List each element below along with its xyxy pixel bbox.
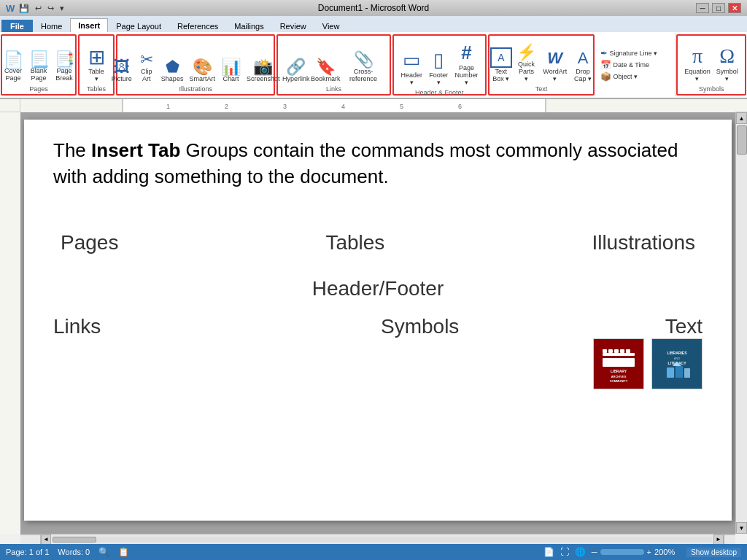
text-box-icon: A bbox=[490, 47, 512, 68]
text-box-button[interactable]: A TextBox ▾ bbox=[489, 46, 513, 84]
scroll-up-button[interactable]: ▲ bbox=[736, 112, 747, 124]
zoom-in-button[interactable]: + bbox=[647, 548, 651, 556]
hyperlink-button[interactable]: 🔗 Hyperlink bbox=[282, 58, 309, 84]
clip-art-icon: ✂ bbox=[140, 52, 153, 68]
tab-view[interactable]: View bbox=[314, 19, 348, 33]
intro-paragraph: The Insert Tab Groups contain the comman… bbox=[53, 137, 703, 190]
bookmark-icon: 🔖 bbox=[316, 59, 336, 75]
equation-button[interactable]: π Equation ▾ bbox=[682, 43, 712, 84]
scroll-thumb[interactable] bbox=[737, 125, 747, 155]
signature-line-button[interactable]: ✒ Signature Line ▾ bbox=[598, 47, 672, 59]
zoom-out-button[interactable]: ─ bbox=[592, 548, 597, 556]
tab-references[interactable]: References bbox=[169, 19, 226, 33]
status-bar: Page: 1 of 1 Words: 0 🔍 📋 📄 ⛶ 🌐 ─ + 200%… bbox=[0, 544, 747, 560]
svg-text:COMMUNITY: COMMUNITY bbox=[610, 379, 628, 383]
status-words[interactable]: Words: 0 bbox=[58, 548, 90, 556]
scroll-track[interactable] bbox=[736, 156, 747, 522]
svg-rect-15 bbox=[608, 349, 613, 353]
status-track-icon[interactable]: 📋 bbox=[118, 547, 129, 557]
groups-row-1: Pages Tables Illustrations bbox=[53, 212, 703, 270]
group-symbols-label: Symbols bbox=[381, 315, 459, 338]
picture-button[interactable]: 🖼 Picture bbox=[109, 58, 134, 84]
page-number-button[interactable]: # PageNumber ▾ bbox=[452, 40, 481, 88]
object-icon: 📦 bbox=[600, 71, 611, 82]
h-scroll-corner-right bbox=[724, 534, 735, 545]
view-web-layout[interactable]: 🌐 bbox=[575, 547, 586, 557]
svg-rect-1 bbox=[123, 99, 546, 112]
ruler-vertical bbox=[0, 112, 20, 534]
header-footer-group-label: Header & Footer bbox=[415, 88, 464, 96]
tab-insert[interactable]: Insert bbox=[70, 18, 108, 33]
shapes-button[interactable]: ⬟ Shapes bbox=[159, 58, 186, 84]
footer-button[interactable]: ▯ Footer ▾ bbox=[426, 47, 451, 88]
quick-redo[interactable]: ↪ bbox=[46, 2, 55, 15]
links-group-label: Links bbox=[326, 84, 341, 93]
page-break-button[interactable]: 📑 PageBreak bbox=[53, 50, 77, 84]
status-spell-icon[interactable]: 🔍 bbox=[98, 547, 109, 557]
scroll-right-button[interactable]: ► bbox=[713, 534, 724, 545]
ribbon-tab-bar: File Home Insert Page Layout References … bbox=[0, 16, 747, 32]
h-scroll-track[interactable] bbox=[53, 537, 712, 542]
header-button[interactable]: ▭ Header ▾ bbox=[398, 47, 425, 88]
quick-undo[interactable]: ↩ bbox=[34, 2, 43, 15]
blank-page-button[interactable]: 📃 BlankPage bbox=[27, 50, 51, 84]
table-button[interactable]: ⊞ Table ▾ bbox=[84, 46, 109, 84]
group-tables-label: Tables bbox=[318, 219, 392, 266]
zoom-level: 200% bbox=[654, 548, 675, 556]
view-fullscreen[interactable]: ⛶ bbox=[560, 547, 569, 557]
clip-art-button[interactable]: ✂ ClipArt bbox=[136, 50, 158, 84]
text-group-label: Text bbox=[535, 84, 548, 93]
quick-save[interactable]: 💾 bbox=[18, 2, 31, 15]
status-page[interactable]: Page: 1 of 1 bbox=[6, 548, 49, 556]
svg-rect-10 bbox=[0, 112, 20, 534]
minimize-button[interactable]: ─ bbox=[696, 3, 709, 13]
cover-page-button[interactable]: 📄 CoverPage bbox=[1, 50, 26, 84]
tab-review[interactable]: Review bbox=[272, 19, 314, 33]
tab-file[interactable]: File bbox=[1, 20, 33, 33]
zoom-controls: ─ + 200% bbox=[592, 548, 675, 556]
zoom-slider[interactable] bbox=[600, 549, 644, 555]
ruler-corner-right bbox=[735, 99, 747, 112]
symbol-button[interactable]: Ω Symbol ▾ bbox=[713, 43, 740, 84]
wordart-button[interactable]: W WordArt ▾ bbox=[539, 47, 570, 84]
groups-row-3: Links Symbols Text bbox=[53, 308, 703, 397]
svg-text:2: 2 bbox=[225, 103, 228, 110]
quick-parts-button[interactable]: ⚡ QuickParts ▾ bbox=[514, 43, 538, 84]
h-scroll-thumb[interactable] bbox=[53, 537, 96, 542]
symbol-icon: Ω bbox=[719, 44, 735, 68]
svg-rect-17 bbox=[620, 349, 624, 353]
cross-reference-button[interactable]: 📎 Cross-reference bbox=[341, 50, 385, 84]
header-icon: ▭ bbox=[403, 49, 421, 71]
status-left: Page: 1 of 1 Words: 0 🔍 📋 bbox=[6, 547, 129, 557]
date-time-button[interactable]: 📅 Date & Time bbox=[598, 59, 672, 71]
document-scroll-area[interactable]: The Insert Tab Groups contain the comman… bbox=[20, 112, 735, 534]
tab-mailings[interactable]: Mailings bbox=[226, 19, 271, 33]
symbols-icons: π Equation ▾ Ω Symbol ▾ bbox=[682, 37, 740, 84]
ribbon-group-links: 🔗 Hyperlink 🔖 Bookmark 📎 Cross-reference… bbox=[276, 34, 391, 96]
scroll-left-button[interactable]: ◄ bbox=[41, 534, 51, 545]
quick-customize[interactable]: ▾ bbox=[58, 2, 66, 15]
tab-page-layout[interactable]: Page Layout bbox=[108, 19, 169, 33]
chart-button[interactable]: 📊 Chart bbox=[219, 58, 243, 84]
object-button[interactable]: 📦 Object ▾ bbox=[598, 71, 672, 82]
h-scroll-corner-left bbox=[20, 534, 41, 545]
maximize-button[interactable]: □ bbox=[712, 3, 725, 13]
close-button[interactable]: ✕ bbox=[728, 3, 741, 13]
scroll-down-button[interactable]: ▼ bbox=[736, 522, 747, 534]
view-print-layout[interactable]: 📄 bbox=[543, 547, 554, 557]
show-desktop-button[interactable]: Show desktop bbox=[686, 548, 741, 557]
symbols-group-label: Symbols bbox=[699, 84, 724, 93]
groups-row-2: Header/Footer bbox=[53, 270, 703, 308]
main-area: 1 2 3 4 5 6 The Insert Tab Groups contai… bbox=[0, 99, 747, 544]
drop-cap-button[interactable]: A DropCap ▾ bbox=[572, 47, 594, 84]
ribbon-group-illustrations: 🖼 Picture ✂ ClipArt ⬟ Shapes 🎨 SmartArt … bbox=[116, 34, 275, 96]
svg-text:3: 3 bbox=[283, 103, 287, 110]
bookmark-button[interactable]: 🔖 Bookmark bbox=[311, 58, 340, 84]
tab-home[interactable]: Home bbox=[33, 19, 70, 33]
screenshot-icon: 📸 bbox=[253, 59, 273, 75]
smartart-button[interactable]: 🎨 SmartArt bbox=[187, 58, 217, 84]
ribbon-group-header-footer: ▭ Header ▾ ▯ Footer ▾ # PageNumber ▾ Hea… bbox=[392, 34, 487, 96]
svg-rect-13 bbox=[603, 358, 635, 367]
ribbon-group-text: A TextBox ▾ ⚡ QuickParts ▾ W WordArt ▾ A… bbox=[488, 34, 595, 96]
smartart-icon: 🎨 bbox=[193, 59, 212, 75]
